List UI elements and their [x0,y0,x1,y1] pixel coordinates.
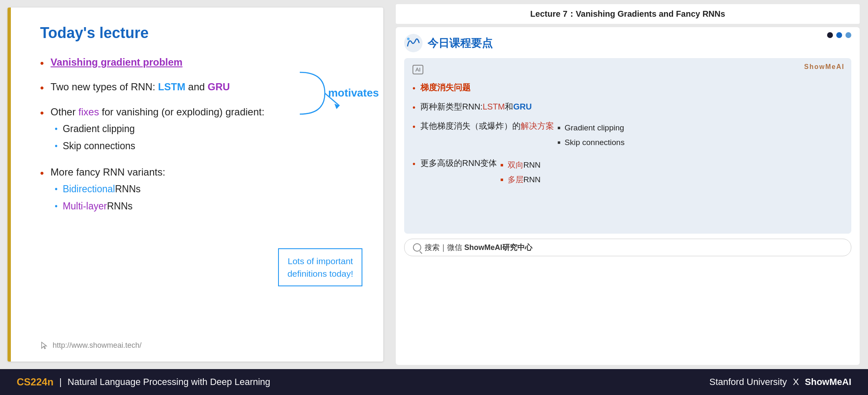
bidirectional-label: Bidirectional [63,182,115,196]
sub-gc-text: Gradient clipping [63,122,135,135]
search-text: 搜索｜微信 ShowMeAI研究中心 [425,242,532,252]
showmeai-badge: ShowMeAI [804,63,845,71]
cn-bi-label: 双向 [508,159,524,171]
cn2-lstm: LSTM [483,100,505,113]
cs224n-label: CS224n [17,376,53,388]
bi-rest: RNNs [115,182,140,196]
fixes-label: fixes [78,106,99,117]
dot-3 [845,32,851,38]
cn-bullet-list: 梯度消失问题 两种新类型RNN: LSTM和 GRU 其他梯度消失（或爆炸）的解… [412,81,843,188]
bottom-bar: CS224n | Natural Language Processing wit… [0,369,868,395]
cn3-solution: 解决方案 [521,120,554,132]
dots-row [827,32,851,38]
stanford-text: Stanford University [709,377,787,387]
cn-bullet-2: 两种新类型RNN: LSTM和 GRU [412,100,843,114]
important-text: Lots of importantdefinitions today! [287,256,353,278]
cn-sub-gc-text: Gradient clipping [564,122,624,134]
bottom-left: CS224n | Natural Language Processing wit… [17,376,270,388]
bottom-right: Stanford University X ShowMeAI [709,377,851,387]
motivates-label: motivates [328,87,379,99]
cn4-text: 更多高级的RNN变体 [420,157,497,169]
separator: | [59,377,62,387]
sub-bullet-sc: Skip connections [55,139,362,153]
cn3-before: 其他梯度消失（或爆炸）的 [420,120,521,132]
ai-badge-row: AI [412,65,843,78]
showmeai-footer-text: ShowMeAI [805,377,851,387]
card-title: 今日课程要点 [428,36,493,51]
cn-sub-ml: 多层RNN [500,174,540,186]
sub-bullet-list-3: Gradient clipping Skip connections [51,122,362,152]
cn-sub-sc-text: Skip connections [564,137,625,149]
sub-bullet-ml: Multi-layer RNNs [55,199,362,213]
cn-bullet-4: 更多高级的RNN变体 双向RNN 多层RNN [412,157,843,188]
cn-sub-bi: 双向RNN [500,159,540,171]
slide-url: http://www.showmeai.tech/ [40,341,142,350]
bullet-item-4: More fancy RNN variants: Bidirectional R… [40,165,362,216]
course-name: Natural Language Processing with Deep Le… [68,377,271,387]
bullet3-after: for vanishing (or exploding) gradient: [99,106,264,117]
sub-bullet-bi: Bidirectional RNNs [55,182,362,196]
cn-sub-gc: Gradient clipping [557,122,625,134]
ai-icon: AI [412,65,423,74]
slide-panel: Today's lecture Vanishing gradient probl… [8,8,383,362]
gru-label: GRU [208,81,230,92]
cn2-mid: 和 [505,100,513,113]
lecture-header-text: Lecture 7：Vanishing Gradients and Fancy … [530,9,725,18]
search-bold-text: ShowMeAI研究中心 [464,243,532,252]
inner-box: AI ShowMeAI 梯度消失问题 两种新类型RNN: LSTM和 GRU [404,58,851,234]
sub-bullet-gc: Gradient clipping [55,122,362,135]
cursor-icon [40,341,49,350]
brace-annotation: motivates [291,68,342,120]
important-box: Lots of importantdefinitions today! [278,248,362,286]
url-text[interactable]: http://www.showmeai.tech/ [53,341,142,350]
right-panel: Lecture 7：Vanishing Gradients and Fancy … [392,0,868,369]
cn-ml-rest: RNN [524,174,541,186]
cn2-gru: GRU [513,100,531,113]
lecture-header: Lecture 7：Vanishing Gradients and Fancy … [396,4,860,24]
x-symbol: X [793,377,799,387]
sub-bullet-list-4: Bidirectional RNNs Multi-layer RNNs [51,182,362,212]
multilayer-label: Multi-layer [63,199,107,213]
slide-title: Today's lecture [40,24,362,42]
cn-bi-rest: RNN [524,159,541,171]
key-points-card: 今日课程要点 AI ShowMeAI 梯度消失问题 两种新类型 [396,27,860,365]
ml-rest: RNNs [107,199,132,213]
svg-point-3 [407,38,410,40]
cn-ml-label: 多层 [508,174,524,186]
bullet-text-4: More fancy RNN variants: Bidirectional R… [51,165,362,216]
cn2-before: 两种新类型RNN: [420,100,483,113]
cn-bullet-3: 其他梯度消失（或爆炸）的解决方案 Gradient clipping Skip … [412,120,843,151]
vanishing-gradient-link[interactable]: Vanishing gradient problem [51,56,182,68]
dot-2 [836,32,842,38]
card-icon [404,34,423,52]
bullet2-text: Two new types of RNN: [51,81,158,92]
cn-sub-sc: Skip connections [557,137,625,149]
cn-bullet-1: 梯度消失问题 [412,81,843,94]
search-icon [413,243,421,252]
bullet3-before: Other [51,106,78,117]
sub-sc-text: Skip connections [63,139,135,153]
cn1-text: 梯度消失问题 [420,81,471,94]
dot-1 [827,32,833,38]
bullet2-mid: and [185,81,208,92]
cn-sub-list-3: Gradient clipping Skip connections [554,122,625,151]
bullet4-text: More fancy RNN variants: [51,166,165,178]
lstm-label: LSTM [158,81,185,92]
search-bar[interactable]: 搜索｜微信 ShowMeAI研究中心 [404,239,851,256]
cn-sub-list-4: 双向RNN 多层RNN [497,159,540,188]
main-content: Today's lecture Vanishing gradient probl… [0,0,868,369]
bullet-text-1: Vanishing gradient problem [51,55,362,69]
card-header: 今日课程要点 [404,34,851,52]
